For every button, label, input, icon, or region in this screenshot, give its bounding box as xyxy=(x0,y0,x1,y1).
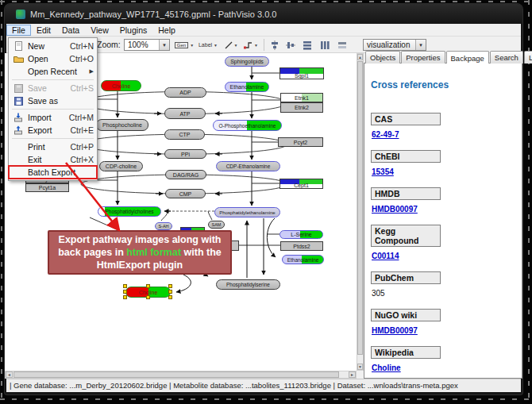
distribute-vertical-button[interactable] xyxy=(301,39,314,51)
cross-reference-link[interactable]: HMDB00097 xyxy=(372,326,418,335)
menu-help[interactable]: Help xyxy=(152,25,181,36)
elbow-connector-icon xyxy=(244,41,253,49)
menu-item-new[interactable]: New Ctrl+N xyxy=(9,40,97,52)
node-sam[interactable]: SAM xyxy=(208,221,225,229)
tab-search[interactable]: Search xyxy=(490,51,523,63)
connector-tool-button[interactable]: ▼ xyxy=(241,39,260,51)
gene-ptdss2[interactable]: Ptdss2 xyxy=(280,241,323,251)
zoom-combobox[interactable]: 100% ▼ xyxy=(124,39,170,51)
selection-handle[interactable] xyxy=(168,295,172,299)
gene-pcyt2[interactable]: Pcyt2 xyxy=(278,137,323,147)
scroll-left-icon[interactable]: ◄ xyxy=(6,371,13,378)
selection-handle[interactable] xyxy=(123,284,127,288)
menu-item-batch-export[interactable]: Batch Export xyxy=(9,166,97,179)
selection-handle[interactable] xyxy=(123,295,127,299)
open-folder-icon xyxy=(12,54,25,63)
node-ethanolamine-top[interactable]: Ethanolamine xyxy=(225,82,269,92)
selection-handle[interactable] xyxy=(168,290,172,294)
node-adp[interactable]: ADP xyxy=(164,87,206,98)
node-phosphocholine[interactable]: Phosphocholine xyxy=(96,119,148,131)
chevron-down-icon: ▼ xyxy=(254,43,258,48)
cross-reference-link[interactable]: 62-49-7 xyxy=(372,130,399,139)
save-as-icon xyxy=(12,96,25,106)
node-phosphatidylethanolamine[interactable]: Phosphatidylethanolamine xyxy=(214,207,280,217)
import-icon xyxy=(12,113,25,122)
cross-reference-link[interactable]: 15354 xyxy=(372,167,394,176)
menu-separator xyxy=(12,109,94,110)
node-dag-rag[interactable]: DAG/RAG xyxy=(165,170,206,179)
align-center-button[interactable] xyxy=(268,39,281,51)
cross-reference-link[interactable]: HMDB00097 xyxy=(372,205,418,214)
menu-item-open-recent[interactable]: Open Recent ▶ xyxy=(9,65,97,78)
menu-item-export[interactable]: Export Ctrl+E xyxy=(9,124,97,137)
selection-handle[interactable] xyxy=(123,290,127,294)
distribute-horizontal-icon xyxy=(320,40,330,50)
tab-legend[interactable]: Legend xyxy=(524,51,532,63)
menu-data[interactable]: Data xyxy=(56,25,85,36)
tab-properties[interactable]: Properties xyxy=(401,51,445,63)
tab-backpage[interactable]: Backpage xyxy=(446,51,489,63)
datanode-tool-button[interactable]: Gen ▼ xyxy=(175,39,194,51)
node-phosphatidylcholines[interactable]: Phosphatidylcholines xyxy=(98,206,161,217)
tab-objects[interactable]: Objects xyxy=(365,51,400,63)
distribute-horizontal-button[interactable] xyxy=(318,39,331,51)
node-phosphatidylserine[interactable]: Phosphatidylserine xyxy=(216,279,280,290)
node-atp[interactable]: ATP xyxy=(164,108,206,119)
backpage-section-pubchem: PubChem 305 xyxy=(371,271,515,299)
selection-handle[interactable] xyxy=(146,295,150,299)
menu-edit[interactable]: Edit xyxy=(31,25,56,36)
export-icon xyxy=(12,125,25,135)
gene-sgpl1[interactable]: Sgpl1 xyxy=(279,67,324,79)
save-icon xyxy=(12,83,25,93)
gene-cept1[interactable]: Cept1 xyxy=(279,179,323,189)
scroll-down-icon[interactable]: ▼ xyxy=(357,364,363,370)
cross-reference-link[interactable]: C00114 xyxy=(372,252,399,260)
menu-item-exit[interactable]: Exit Ctrl+X xyxy=(9,153,97,166)
line-tool-button[interactable]: ▼ xyxy=(222,39,240,51)
backpage-section-hmdb: HMDB HMDB00097 xyxy=(371,187,515,215)
chevron-down-icon: ▼ xyxy=(214,43,218,48)
horizontal-scroll-thumb[interactable] xyxy=(13,371,339,378)
menu-file[interactable]: File xyxy=(6,25,31,36)
node-s-ah[interactable]: S-AH xyxy=(155,222,172,230)
cross-reference-link[interactable]: Choline xyxy=(372,364,401,372)
selection-handle[interactable] xyxy=(146,284,150,288)
gene-pcyt1a[interactable]: Pcyt1a xyxy=(25,183,69,192)
node-cdp-ethanolamine[interactable]: CDP-Ethanolamine xyxy=(216,161,280,171)
vertical-scroll-thumb[interactable] xyxy=(357,61,363,355)
chevron-down-icon[interactable]: ▼ xyxy=(415,40,426,50)
menu-view[interactable]: View xyxy=(85,25,114,36)
toolbar-separator xyxy=(264,39,264,51)
zoom-label: Zoom: xyxy=(97,40,121,49)
node-ethanolamine-bottom[interactable]: Ethanolamine xyxy=(282,255,324,264)
align-middle-button[interactable] xyxy=(284,39,297,51)
window-title: Mm_Kennedy_pathway_WP1771_45176.gpml - P… xyxy=(30,10,276,19)
menu-item-open[interactable]: Open Ctrl+O xyxy=(9,52,97,65)
title-bar[interactable]: Mm_Kennedy_pathway_WP1771_45176.gpml - P… xyxy=(5,4,522,24)
node-o-phosphoethanolamine[interactable]: O-Phosphoethanolamine xyxy=(213,120,282,131)
status-bar: | Gene database: ...m_Derby_20120602.bri… xyxy=(6,379,521,391)
common-width-button[interactable] xyxy=(336,39,349,51)
node-ctp[interactable]: CTP xyxy=(164,129,205,140)
gene-etnk1[interactable]: Etnk1 xyxy=(280,93,323,102)
canvas-horizontal-scrollbar[interactable]: ◄ ► xyxy=(5,371,357,379)
node-cdp-choline[interactable]: CDP-choline xyxy=(99,161,143,171)
node-choline-top[interactable]: Choline xyxy=(101,80,141,91)
node-cmp[interactable]: CMP xyxy=(165,189,206,198)
menu-bar: File Edit Data View Plugins Help xyxy=(6,24,521,37)
menu-item-import[interactable]: Import Ctrl+M xyxy=(9,111,97,124)
label-tool-button[interactable]: Label ▼ xyxy=(196,39,220,51)
scroll-up-icon[interactable]: ▲ xyxy=(357,54,363,60)
chevron-down-icon[interactable]: ▼ xyxy=(159,40,169,50)
menu-plugins[interactable]: Plugins xyxy=(114,25,152,36)
selection-handle[interactable] xyxy=(168,284,172,288)
menu-item-save-as[interactable]: Save as xyxy=(9,94,97,107)
gene-etnk2[interactable]: Etnk2 xyxy=(280,102,323,113)
visualization-combobox[interactable]: visualization ▼ xyxy=(363,39,426,51)
menu-item-print[interactable]: Print Ctrl+P xyxy=(9,140,97,153)
scroll-right-icon[interactable]: ► xyxy=(349,371,356,378)
node-sphingolipids[interactable]: Sphingolipids xyxy=(225,56,269,67)
node-l-serine[interactable]: L-Serine xyxy=(279,230,323,239)
canvas-vertical-scrollbar[interactable]: ▲ ▼ xyxy=(357,53,364,371)
node-ppi[interactable]: PPi xyxy=(164,149,206,159)
